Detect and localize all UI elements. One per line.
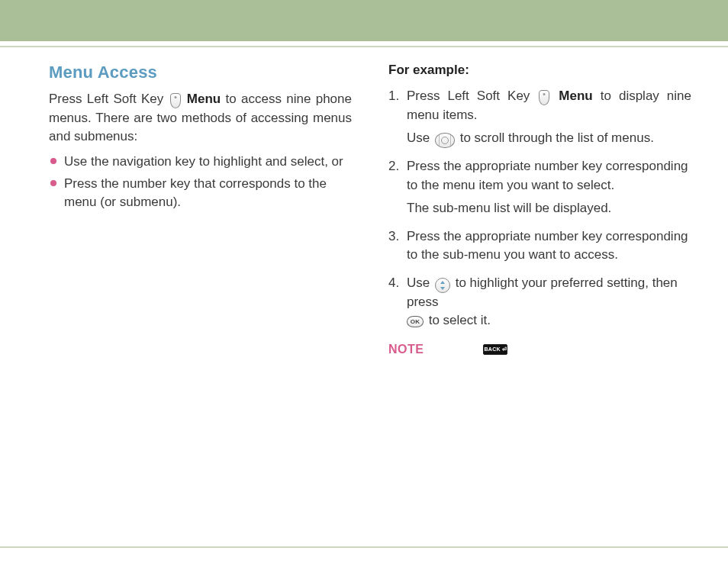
step-item: Press the appropriate number key corresp… <box>388 157 691 218</box>
note-row: NOTE BACK ⏎ <box>388 343 691 356</box>
step2-b: The sub-menu list will be displayed. <box>407 199 691 218</box>
back-key-icon: BACK ⏎ <box>483 344 507 355</box>
step1-line1: Press Left Soft Key Menu to display nine… <box>407 87 691 124</box>
step1-before: Press Left Soft Key <box>407 89 537 103</box>
content-area: Menu Access Press Left Soft Key Menu to … <box>0 47 728 356</box>
left-soft-key-icon <box>539 90 549 105</box>
step1-sub-before: Use <box>407 130 433 145</box>
step-item: Press the appropriate number key corresp… <box>388 227 691 265</box>
intro-paragraph: Press Left Soft Key Menu to access nine … <box>49 90 352 147</box>
step-item: Press Left Soft Key Menu to display nine… <box>388 87 691 148</box>
navigation-key-icon <box>435 133 455 148</box>
ok-key-icon: OK <box>407 316 424 327</box>
step1-sub: Use to scroll through the list of menus. <box>407 129 691 148</box>
step4-before: Use <box>407 275 433 290</box>
step-item: Use to highlight your preferred setting,… <box>388 274 691 330</box>
section-title: Menu Access <box>49 63 352 82</box>
step1-bold: Menu <box>551 89 592 103</box>
right-column: For example: Press Left Soft Key Menu to… <box>388 63 691 356</box>
bullet-item: Use the navigation key to highlight and … <box>50 153 352 172</box>
up-down-key-icon <box>435 278 450 293</box>
bullet-list: Use the navigation key to highlight and … <box>50 153 352 212</box>
header-bar <box>0 0 728 41</box>
left-column: Menu Access Press Left Soft Key Menu to … <box>49 63 352 356</box>
intro-text-before: Press Left Soft Key <box>49 92 169 106</box>
step1-sub-after: to scroll through the list of menus. <box>456 130 654 145</box>
intro-bold: Menu <box>182 92 221 106</box>
step2-a: Press the appropriate number key corresp… <box>407 159 688 192</box>
example-subhead: For example: <box>388 63 691 78</box>
steps-list: Press Left Soft Key Menu to display nine… <box>388 87 691 330</box>
left-soft-key-icon <box>170 93 181 108</box>
bottom-divider <box>0 546 728 548</box>
bullet-item: Press the number key that corresponds to… <box>50 175 352 212</box>
step4-after: to select it. <box>425 313 491 327</box>
step3-text: Press the appropriate number key corresp… <box>407 229 688 263</box>
note-label: NOTE <box>388 343 424 356</box>
